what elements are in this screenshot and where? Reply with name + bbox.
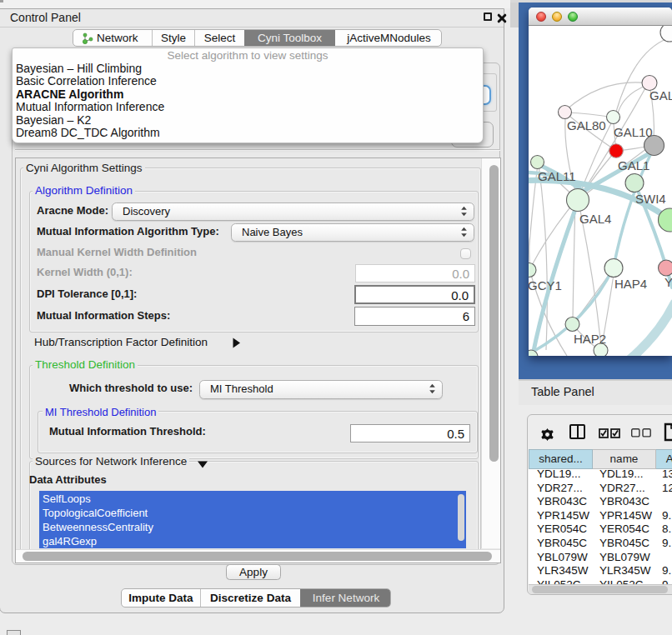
svg-text:GAL80: GAL80 <box>567 118 606 132</box>
svg-text:GAL1: GAL1 <box>618 158 649 172</box>
svg-text:HAP2: HAP2 <box>574 332 606 346</box>
svg-text:YJ: YJ <box>664 275 672 289</box>
svg-text:GAL7: GAL7 <box>649 88 672 102</box>
svg-text:GAL10: GAL10 <box>614 125 653 139</box>
svg-text:GCY1: GCY1 <box>529 278 562 292</box>
svg-text:HAP4: HAP4 <box>614 277 647 291</box>
svg-text:SWI4: SWI4 <box>635 192 666 206</box>
svg-text:GAL4: GAL4 <box>579 212 611 226</box>
svg-text:GAL11: GAL11 <box>538 169 576 183</box>
